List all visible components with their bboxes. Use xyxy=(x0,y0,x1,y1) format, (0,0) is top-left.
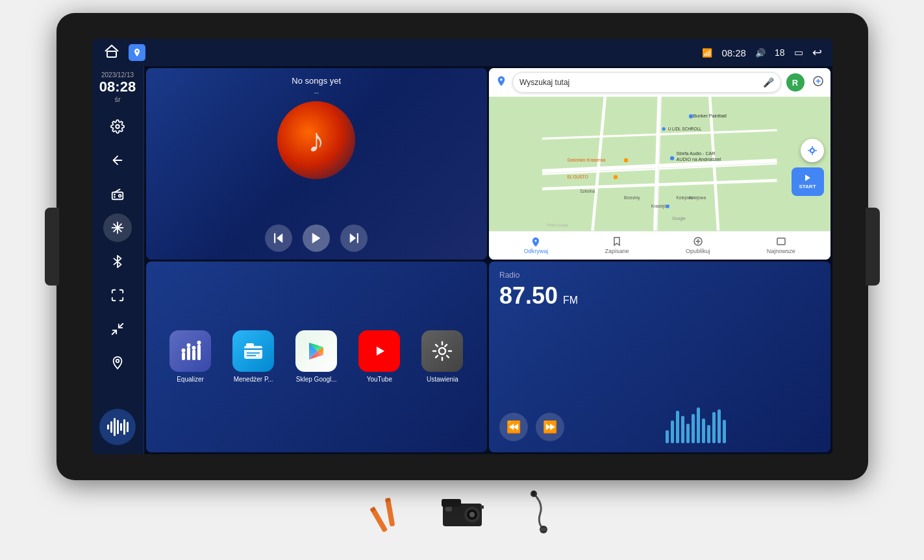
maps-app-icon[interactable] xyxy=(129,44,145,61)
sidebar-ac-icon[interactable] xyxy=(103,213,132,242)
sidebar-radio-icon[interactable] xyxy=(103,180,132,208)
radio-bar xyxy=(676,411,679,443)
music-panel: No songs yet -- ♪ xyxy=(146,68,488,260)
sidebar-expand-icon[interactable] xyxy=(103,281,132,310)
map-panel: Wyszukaj tutaj 🎤 R xyxy=(489,68,830,260)
zapisane-label: Zapisane xyxy=(605,248,629,254)
svg-rect-79 xyxy=(385,499,395,527)
youtube-app-item[interactable]: YouTube xyxy=(358,330,400,383)
svg-point-65 xyxy=(197,341,201,345)
right-bump xyxy=(866,208,880,286)
radio-frequency: 87.50 xyxy=(499,282,558,310)
svg-rect-89 xyxy=(532,491,535,496)
radio-bar xyxy=(671,420,674,443)
youtube-icon-box xyxy=(358,330,400,372)
svg-rect-61 xyxy=(197,345,201,360)
svg-text:U LIDL SCHROLL: U LIDL SCHROLL xyxy=(668,127,702,131)
sidebar-bluetooth-icon[interactable] xyxy=(103,247,132,276)
svg-text:Bunker Paintball: Bunker Paintball xyxy=(693,114,727,119)
prev-button[interactable] xyxy=(265,225,292,252)
radio-bar xyxy=(666,430,669,443)
radio-bar xyxy=(692,414,695,443)
sidebar-location-icon[interactable] xyxy=(103,348,132,377)
settings-app-item[interactable]: Ustawienia xyxy=(421,330,463,383)
svg-rect-82 xyxy=(442,499,461,507)
svg-rect-0 xyxy=(107,51,116,57)
home-icon[interactable] xyxy=(103,43,121,62)
radio-bar xyxy=(723,420,726,443)
album-art: ♪ xyxy=(277,101,355,179)
music-subtitle: -- xyxy=(314,88,319,96)
screen: 📶 08:28 🔊 18 ▭ ↩ 2023/12/13 08:28 śr xyxy=(92,39,832,454)
svg-point-39 xyxy=(670,156,674,160)
radio-rewind-button[interactable]: ⏪ xyxy=(499,413,528,441)
radio-bar xyxy=(712,412,716,443)
left-bump xyxy=(45,208,59,286)
svg-marker-13 xyxy=(277,234,282,242)
car-head-unit: 📶 08:28 🔊 18 ▭ ↩ 2023/12/13 08:28 śr xyxy=(56,13,868,480)
svg-point-32 xyxy=(624,158,628,162)
files-label: Menedżer P... xyxy=(234,376,273,383)
radio-forward-button[interactable]: ⏩ xyxy=(536,413,564,441)
svg-text:©2023 Google: ©2023 Google xyxy=(547,223,568,227)
map-logo-icon xyxy=(495,75,507,90)
map-body: Bunker Paintball Gościniec Krasienka EL'… xyxy=(489,97,830,231)
radio-bar xyxy=(702,419,705,443)
svg-marker-15 xyxy=(312,233,320,243)
files-app-item[interactable]: Menedżer P... xyxy=(232,330,274,383)
pry-tool-item xyxy=(365,494,417,533)
equalizer-app-item[interactable]: Equalizer xyxy=(169,330,211,383)
map-background: Bunker Paintball Gościniec Krasienka EL'… xyxy=(489,97,830,231)
map-avatar[interactable]: R xyxy=(786,73,805,91)
map-footer-opublikuj[interactable]: Opublikuj xyxy=(686,236,710,254)
playstore-app-item[interactable]: Sklep Googl... xyxy=(295,330,337,383)
sidebar: 2023/12/13 08:28 śr xyxy=(92,66,144,454)
map-location-button[interactable] xyxy=(801,139,824,162)
play-button[interactable] xyxy=(303,225,330,252)
map-search-bar[interactable]: Wyszukaj tutaj 🎤 xyxy=(512,72,781,93)
sidebar-contract-icon[interactable] xyxy=(103,315,132,343)
panels-grid: No songs yet -- ♪ xyxy=(144,66,832,454)
odkrywaj-label: Odkrywaj xyxy=(524,248,549,254)
sidebar-settings-icon[interactable] xyxy=(103,112,132,141)
playstore-icon-box xyxy=(295,330,337,372)
svg-rect-58 xyxy=(182,352,185,360)
sidebar-voice-button[interactable] xyxy=(99,409,136,445)
svg-marker-16 xyxy=(350,234,355,242)
volume-level: 18 xyxy=(775,47,785,58)
svg-rect-60 xyxy=(192,350,195,360)
files-icon-box xyxy=(232,330,274,372)
sidebar-back-icon[interactable] xyxy=(103,146,132,175)
settings-icon-box xyxy=(421,330,463,372)
sidebar-day: śr xyxy=(99,95,136,103)
map-footer-najnowsze[interactable]: Najnowsze xyxy=(767,236,795,254)
radio-freq-row: 87.50 FM xyxy=(499,282,820,310)
svg-text:Gościniec Krasienka: Gościniec Krasienka xyxy=(568,158,606,162)
svg-rect-86 xyxy=(445,507,452,511)
back-nav-icon[interactable]: ↩ xyxy=(812,45,822,60)
main-content: 2023/12/13 08:28 śr xyxy=(92,66,832,454)
svg-point-2 xyxy=(116,125,119,128)
sidebar-datetime: 2023/12/13 08:28 śr xyxy=(99,71,136,103)
map-mic-icon[interactable]: 🎤 xyxy=(763,77,774,88)
status-bar: 📶 08:28 🔊 18 ▭ ↩ xyxy=(92,39,832,66)
map-start-button[interactable]: START xyxy=(792,167,824,196)
map-footer-odkrywaj[interactable]: Odkrywaj xyxy=(524,236,549,254)
svg-point-34 xyxy=(614,175,618,179)
playstore-label: Sklep Googl... xyxy=(296,376,337,383)
next-button[interactable] xyxy=(340,225,368,252)
svg-point-30 xyxy=(689,114,693,118)
map-footer: Odkrywaj Zapisane Opublikuj Najnows xyxy=(489,231,830,260)
svg-point-76 xyxy=(439,348,445,354)
map-settings-icon[interactable] xyxy=(812,75,824,90)
svg-text:EL'GUSTO: EL'GUSTO xyxy=(568,175,588,179)
status-bar-right: 📶 08:28 🔊 18 ▭ ↩ xyxy=(702,45,821,60)
status-time: 08:28 xyxy=(721,47,746,58)
equalizer-icon-box xyxy=(169,330,211,372)
wifi-icon: 📶 xyxy=(702,48,712,58)
map-footer-zapisane[interactable]: Zapisane xyxy=(605,236,629,254)
radio-controls: ⏪ ⏩ xyxy=(499,411,820,443)
music-note-icon: ♪ xyxy=(308,121,325,160)
svg-point-63 xyxy=(187,343,191,347)
battery-icon: ▭ xyxy=(794,47,803,58)
